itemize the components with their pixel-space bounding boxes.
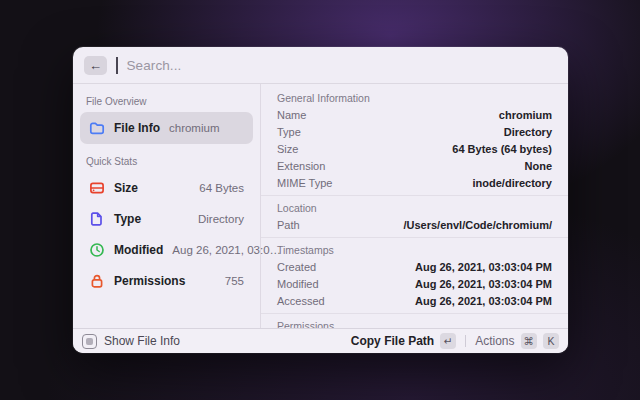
detail-label: MIME Type: [277, 177, 332, 189]
stat-row-modified[interactable]: Modified Aug 26, 2021, 03:0…: [80, 234, 253, 265]
detail-value: inode/directory: [473, 177, 552, 189]
stat-label: Permissions: [114, 274, 185, 288]
detail-value: Aug 26, 2021, 03:03:04 PM: [415, 261, 552, 273]
launcher-window: ← Search... File Overview File Info chro…: [73, 47, 568, 353]
extension-icon: [82, 334, 97, 349]
drive-icon: [89, 180, 105, 196]
detail-value: Aug 26, 2021, 03:03:04 PM: [415, 278, 552, 290]
detail-row-mime-type: MIME Type inode/directory: [261, 174, 568, 191]
stat-value: 755: [225, 275, 244, 287]
stat-label: Size: [114, 181, 138, 195]
file-icon: [89, 211, 105, 227]
detail-row-path: Path /Users/envl/Code/chromium/: [261, 216, 568, 233]
lock-icon: [89, 273, 105, 289]
stat-row-type[interactable]: Type Directory: [80, 203, 253, 234]
command-key-icon: ⌘: [521, 333, 538, 349]
sidebar-item-label: File Info: [114, 121, 160, 135]
detail-row-modified: Modified Aug 26, 2021, 03:03:04 PM: [261, 275, 568, 292]
back-button[interactable]: ←: [84, 56, 107, 75]
stat-label: Type: [114, 212, 141, 226]
detail-value: /Users/envl/Code/chromium/: [403, 219, 552, 231]
action-bar: Show File Info Copy File Path ↵ Actions …: [73, 328, 568, 353]
stat-row-size[interactable]: Size 64 Bytes: [80, 172, 253, 203]
section-title-location: Location: [261, 199, 568, 216]
sidebar: File Overview File Info chromium Quick S…: [73, 84, 261, 328]
section-title-permissions: Permissions: [261, 317, 568, 328]
detail-value: None: [525, 160, 553, 172]
footer-actions: Copy File Path ↵ Actions ⌘ K: [351, 333, 559, 349]
detail-row-accessed: Accessed Aug 26, 2021, 03:03:04 PM: [261, 292, 568, 309]
detail-value: Directory: [504, 126, 552, 138]
detail-row-name: Name chromium: [261, 106, 568, 123]
detail-row-extension: Extension None: [261, 157, 568, 174]
section-divider: [261, 195, 568, 196]
search-input[interactable]: Search...: [127, 58, 182, 73]
actions-button[interactable]: Actions: [475, 334, 514, 348]
content-area: File Overview File Info chromium Quick S…: [73, 84, 568, 328]
detail-value: chromium: [499, 109, 552, 121]
stat-value: 64 Bytes: [199, 182, 244, 194]
footer-command-label: Show File Info: [104, 334, 180, 348]
detail-label: Created: [277, 261, 316, 273]
copy-file-path-button[interactable]: Copy File Path: [351, 334, 434, 348]
sidebar-section-quick-stats: Quick Stats: [80, 150, 253, 172]
detail-panel: General Information Name chromium Type D…: [261, 84, 568, 328]
detail-value: 64 Bytes (64 bytes): [452, 143, 552, 155]
sidebar-item-value: chromium: [169, 122, 219, 134]
arrow-left-icon: ←: [89, 59, 102, 72]
detail-label: Modified: [277, 278, 319, 290]
sidebar-item-file-info[interactable]: File Info chromium: [80, 112, 253, 144]
sidebar-section-file-overview: File Overview: [80, 90, 253, 112]
detail-label: Extension: [277, 160, 325, 172]
enter-key-icon: ↵: [440, 333, 456, 349]
detail-label: Accessed: [277, 295, 325, 307]
k-key-icon: K: [543, 333, 559, 349]
search-bar: ← Search...: [73, 47, 568, 84]
detail-row-size: Size 64 Bytes (64 bytes): [261, 140, 568, 157]
detail-label: Type: [277, 126, 301, 138]
section-divider: [261, 237, 568, 238]
detail-label: Path: [277, 219, 300, 231]
clock-icon: [89, 242, 105, 258]
stat-row-permissions[interactable]: Permissions 755: [80, 265, 253, 296]
section-title-timestamps: Timestamps: [261, 241, 568, 258]
text-caret: [116, 57, 118, 74]
folder-icon: [89, 120, 105, 136]
detail-row-created: Created Aug 26, 2021, 03:03:04 PM: [261, 258, 568, 275]
section-title-general-information: General Information: [261, 89, 568, 106]
detail-row-type: Type Directory: [261, 123, 568, 140]
section-divider: [261, 313, 568, 314]
detail-label: Size: [277, 143, 298, 155]
detail-label: Name: [277, 109, 306, 121]
stat-label: Modified: [114, 243, 163, 257]
detail-value: Aug 26, 2021, 03:03:04 PM: [415, 295, 552, 307]
footer-divider: [465, 335, 466, 347]
stat-value: Directory: [198, 213, 244, 225]
